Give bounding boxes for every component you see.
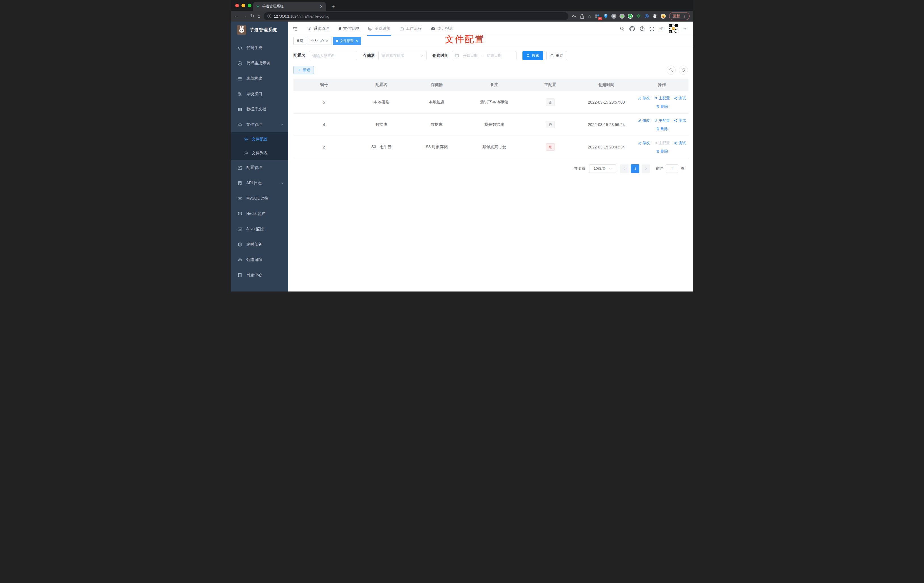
sidebar-item-system-api[interactable]: 系统接口 <box>231 86 288 102</box>
sidebar-item-scheduled-tasks[interactable]: 定时任务 <box>231 237 288 252</box>
tag-close-icon[interactable]: ✕ <box>326 39 328 43</box>
tag-profile[interactable]: 个人中心✕ <box>308 37 332 45</box>
browser-update-button[interactable]: 更新 ⋮ <box>669 12 690 20</box>
sidebar-logo[interactable]: 芋道管理系统 <box>231 21 288 38</box>
topnav-system-management[interactable]: 系统管理 <box>307 21 330 36</box>
master-config-button[interactable]: 主配置 <box>654 118 670 123</box>
sidebar-item-file-management[interactable]: 文件管理 <box>231 117 288 132</box>
extension-star-icon[interactable] <box>636 13 641 19</box>
extension-y-icon[interactable]: y <box>628 13 633 19</box>
goto-page-input[interactable] <box>666 164 678 173</box>
reset-button[interactable]: 重置 <box>546 51 567 60</box>
delete-button[interactable]: 删除 <box>656 126 668 131</box>
shield-check-icon <box>238 61 243 66</box>
tag-file-config[interactable]: 文件配置✕ <box>333 37 361 45</box>
col-id: 编号 <box>294 79 355 91</box>
topnav-reports[interactable]: 统计报表 <box>431 21 453 36</box>
password-key-icon[interactable] <box>572 14 577 19</box>
search-icon <box>669 68 673 72</box>
add-button[interactable]: ＋ 新增 <box>294 66 314 74</box>
pencil-icon <box>638 119 641 122</box>
reload-icon[interactable]: ↻ <box>250 14 254 18</box>
next-page-button[interactable] <box>642 164 650 173</box>
trash-icon <box>656 127 660 130</box>
config-name-input[interactable] <box>309 51 357 60</box>
avatar[interactable] <box>668 23 679 34</box>
test-button[interactable]: 测试 <box>674 96 686 101</box>
forward-icon[interactable]: → <box>243 14 247 18</box>
bookmark-star-icon[interactable]: ☆ <box>588 14 591 18</box>
github-icon[interactable] <box>629 26 635 31</box>
sidebar-item-java-monitor[interactable]: Java 监控 <box>231 221 288 237</box>
sidebar-item-mysql-monitor[interactable]: MySQL 监控 <box>231 191 288 206</box>
extension-command-icon[interactable]: ⌘ <box>611 13 616 19</box>
chevron-left-icon <box>623 167 626 170</box>
browser-menu-kebab-icon[interactable]: ⋮ <box>683 14 686 18</box>
sidebar-item-trace[interactable]: 链路追踪 <box>231 252 288 268</box>
address-bar[interactable]: ⓘ 127.0.0.1:1024/infra/file/file-config <box>264 12 568 20</box>
delete-button[interactable]: 删除 <box>656 149 668 154</box>
minimize-window-button[interactable] <box>241 4 245 7</box>
trash-icon <box>656 150 660 153</box>
sidebar-item-code-gen-example[interactable]: 代码生成示例 <box>231 56 288 71</box>
extension-green-dot-icon[interactable] <box>619 13 625 19</box>
edit-button[interactable]: 修改 <box>638 118 650 123</box>
info-icon[interactable]: ⓘ <box>267 13 271 19</box>
app-header: 系统管理 ¥ 支付管理 基础设施 工作流程 <box>288 21 693 36</box>
page-size-select[interactable]: 10条/页 <box>589 164 616 173</box>
sidebar-item-code-gen[interactable]: 代码生成 <box>231 40 288 56</box>
test-button[interactable]: 测试 <box>674 118 686 123</box>
browser-tab[interactable]: 芋道管理系统 ✕ <box>253 2 326 11</box>
total-count: 共 3 条 <box>574 166 586 171</box>
test-button[interactable]: 测试 <box>674 140 686 145</box>
topnav-workflow[interactable]: 工作流程 <box>399 21 422 36</box>
extension-emoji-icon[interactable] <box>661 13 666 19</box>
sidebar-item-api-log[interactable]: API 日志 <box>231 175 288 191</box>
storage-select[interactable]: 请选择存储器 <box>378 51 427 60</box>
maximize-window-button[interactable] <box>248 4 251 7</box>
share-icon[interactable] <box>580 14 584 19</box>
close-window-button[interactable] <box>235 4 239 7</box>
table-header-row: 编号 配置名 存储器 备注 主配置 创建时间 操作 <box>294 79 688 91</box>
topnav-infrastructure[interactable]: 基础设施 <box>368 21 391 36</box>
delete-button[interactable]: 删除 <box>656 104 668 109</box>
tag-close-icon[interactable]: ✕ <box>355 39 358 43</box>
show-search-toggle-button[interactable] <box>667 66 676 74</box>
home-icon[interactable]: ⌂ <box>257 14 260 18</box>
tag-home[interactable]: 首页 <box>294 37 306 45</box>
new-tab-button[interactable]: ＋ <box>330 3 336 9</box>
help-icon[interactable] <box>640 26 645 31</box>
extension-grid-icon[interactable]: 11 <box>595 13 600 19</box>
sidebar-item-db-doc[interactable]: 数据库文档 <box>231 102 288 117</box>
avatar-dropdown-caret-icon[interactable] <box>684 28 687 30</box>
edit-button[interactable]: 修改 <box>638 140 650 145</box>
sidebar-item-form-builder[interactable]: 表单构建 <box>231 71 288 86</box>
page-number-current[interactable]: 1 <box>631 164 639 173</box>
tab-close-icon[interactable]: ✕ <box>320 4 323 9</box>
end-date-placeholder[interactable]: 结束日期 <box>485 53 503 58</box>
sidebar-item-log-center[interactable]: 日志中心 <box>231 268 288 283</box>
log-document-icon <box>238 181 243 186</box>
sidebar-fold-icon[interactable] <box>292 26 298 31</box>
refresh-table-button[interactable] <box>679 66 688 74</box>
extension-eye-icon[interactable] <box>644 13 649 19</box>
fullscreen-icon[interactable] <box>650 26 654 31</box>
search-button[interactable]: 搜索 <box>523 51 543 60</box>
search-icon[interactable] <box>620 26 625 31</box>
back-icon[interactable]: ← <box>234 14 239 18</box>
prev-page-button[interactable] <box>620 164 629 173</box>
sidebar-item-redis-monitor[interactable]: Redis 监控 <box>231 206 288 221</box>
edit-button[interactable]: 修改 <box>638 96 650 101</box>
date-range-picker[interactable]: 开始日期 - 结束日期 <box>452 51 516 60</box>
sidebar-item-file-list[interactable]: 文件列表 <box>231 146 288 160</box>
topnav-payment-management[interactable]: ¥ 支付管理 <box>338 21 359 36</box>
start-date-placeholder[interactable]: 开始日期 <box>461 53 479 58</box>
sidebar-item-file-config[interactable]: 文件配置 <box>231 132 288 146</box>
log-edit-icon <box>238 273 243 277</box>
sidebar-item-config-management[interactable]: 配置管理 <box>231 160 288 175</box>
extension-pin-icon[interactable] <box>603 13 608 19</box>
font-size-icon[interactable]: TT <box>659 26 663 31</box>
master-config-button[interactable]: 主配置 <box>654 96 670 101</box>
extension-puzzle-icon[interactable] <box>652 13 658 19</box>
master-config-button-disabled: 主配置 <box>654 140 670 145</box>
